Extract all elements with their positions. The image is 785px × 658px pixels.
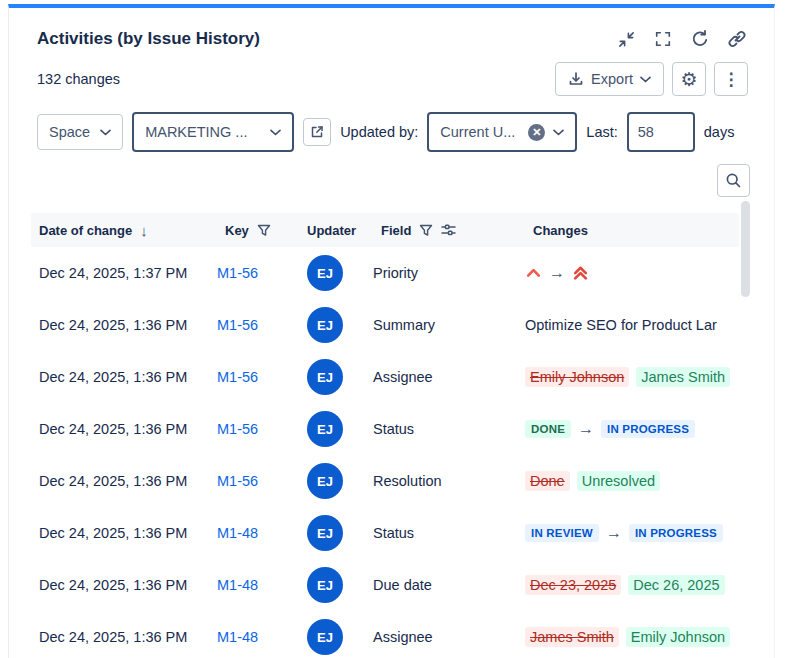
changes-cell: → [525, 264, 739, 282]
col-changes[interactable]: Changes [525, 223, 739, 238]
export-label: Export [591, 71, 633, 87]
issue-key-link[interactable]: M1-56 [217, 421, 258, 437]
field-cell: Assignee [373, 369, 525, 385]
key-cell: M1-56 [217, 421, 299, 437]
key-cell: M1-48 [217, 577, 299, 593]
col-label: Key [225, 223, 249, 238]
col-label: Date of change [39, 223, 132, 238]
old-value-chip: James Smith [525, 627, 619, 647]
date-of-change-cell: Dec 24, 2025, 1:36 PM [31, 421, 217, 437]
new-value-chip: James Smith [636, 367, 730, 387]
toolbar: 132 changes Export ⚙ ⋮ [9, 50, 774, 96]
settings-button[interactable]: ⚙ [672, 62, 706, 96]
updated-by-value: Current U... [440, 124, 515, 140]
priority-high-icon [525, 266, 542, 280]
kebab-menu-icon: ⋮ [723, 71, 740, 88]
field-cell: Assignee [373, 629, 525, 645]
date-of-change-cell: Dec 24, 2025, 1:36 PM [31, 629, 217, 645]
table-row: Dec 24, 2025, 1:36 PMM1-56EJResolutionDo… [31, 455, 739, 507]
new-value-chip: Dec 26, 2025 [628, 575, 724, 595]
field-cell: Summary [373, 317, 525, 333]
col-label: Updater [307, 223, 356, 238]
project-dropdown-value: MARKETING ... [145, 124, 247, 140]
changes-cell: IN REVIEW→IN PROGRESS [525, 524, 739, 542]
fullscreen-icon[interactable] [652, 28, 674, 50]
updated-by-dropdown[interactable]: Current U... ✕ [427, 112, 577, 152]
export-button[interactable]: Export [555, 62, 664, 96]
col-field[interactable]: Field [373, 223, 525, 238]
search-row [9, 152, 774, 197]
date-of-change-cell: Dec 24, 2025, 1:36 PM [31, 369, 217, 385]
issue-key-link[interactable]: M1-48 [217, 577, 258, 593]
field-cell: Status [373, 421, 525, 437]
table-row: Dec 24, 2025, 1:36 PMM1-48EJStatusIN REV… [31, 507, 739, 559]
issue-key-link[interactable]: M1-48 [217, 629, 258, 645]
issue-key-link[interactable]: M1-56 [217, 473, 258, 489]
new-status-badge: IN PROGRESS [629, 524, 723, 542]
avatar[interactable]: EJ [307, 411, 343, 447]
space-dropdown[interactable]: Space [37, 114, 123, 150]
open-project-link-button[interactable] [303, 118, 331, 146]
link-icon[interactable] [726, 28, 748, 50]
changes-cell: DoneUnresolved [525, 471, 739, 491]
old-value-chip: Dec 23, 2025 [525, 575, 621, 595]
updater-cell: EJ [299, 307, 373, 343]
avatar[interactable]: EJ [307, 619, 343, 655]
table-header: Date of change ↓ Key Updater Field [31, 213, 739, 247]
collapse-icon[interactable] [615, 28, 637, 50]
panel-header: Activities (by Issue History) [9, 8, 774, 50]
field-settings-sliders-icon[interactable] [441, 223, 456, 237]
sort-descending-icon[interactable]: ↓ [140, 222, 148, 239]
more-options-button[interactable]: ⋮ [714, 62, 748, 96]
issue-key-link[interactable]: M1-56 [217, 265, 258, 281]
filter-funnel-icon[interactable] [257, 224, 271, 237]
changes-cell: James SmithEmily Johnson [525, 627, 739, 647]
avatar[interactable]: EJ [307, 255, 343, 291]
avatar[interactable]: EJ [307, 307, 343, 343]
gear-icon: ⚙ [680, 70, 697, 89]
old-value-chip: Done [525, 471, 570, 491]
avatar[interactable]: EJ [307, 359, 343, 395]
updater-cell: EJ [299, 567, 373, 603]
filter-bar: Space MARKETING ... Updated by: Current … [9, 96, 774, 152]
date-of-change-cell: Dec 24, 2025, 1:36 PM [31, 473, 217, 489]
col-updater[interactable]: Updater [299, 223, 373, 238]
change-arrow-icon: → [606, 524, 622, 542]
filter-funnel-icon[interactable] [419, 224, 433, 237]
vertical-scrollbar[interactable] [741, 201, 750, 297]
date-of-change-cell: Dec 24, 2025, 1:36 PM [31, 317, 217, 333]
field-cell: Due date [373, 577, 525, 593]
table-row: Dec 24, 2025, 1:36 PMM1-56EJSummaryOptim… [31, 299, 739, 351]
issue-key-link[interactable]: M1-56 [217, 317, 258, 333]
old-status-badge: DONE [525, 420, 571, 438]
updater-cell: EJ [299, 359, 373, 395]
chevron-down-icon [100, 129, 111, 136]
project-dropdown[interactable]: MARKETING ... [132, 112, 294, 152]
field-cell: Resolution [373, 473, 525, 489]
col-label: Changes [533, 223, 588, 238]
date-of-change-cell: Dec 24, 2025, 1:36 PM [31, 525, 217, 541]
external-link-icon [310, 125, 324, 139]
window-controls [615, 28, 748, 50]
table-body: Dec 24, 2025, 1:37 PMM1-56EJPriority→Dec… [9, 247, 774, 658]
col-key[interactable]: Key [217, 223, 299, 238]
avatar[interactable]: EJ [307, 515, 343, 551]
col-date-of-change[interactable]: Date of change ↓ [31, 222, 217, 239]
change-arrow-icon: → [578, 420, 594, 438]
search-button[interactable] [717, 164, 750, 197]
last-days-input[interactable] [627, 112, 695, 152]
key-cell: M1-56 [217, 369, 299, 385]
updated-by-label: Updated by: [340, 124, 418, 140]
last-label: Last: [586, 124, 617, 140]
avatar[interactable]: EJ [307, 463, 343, 499]
issue-key-link[interactable]: M1-48 [217, 525, 258, 541]
key-cell: M1-56 [217, 473, 299, 489]
refresh-icon[interactable] [689, 28, 711, 50]
updater-cell: EJ [299, 463, 373, 499]
chevron-down-icon [553, 129, 564, 136]
date-of-change-cell: Dec 24, 2025, 1:37 PM [31, 265, 217, 281]
clear-filter-icon[interactable]: ✕ [528, 124, 545, 141]
table-row: Dec 24, 2025, 1:36 PMM1-48EJAssigneeJame… [31, 611, 739, 658]
avatar[interactable]: EJ [307, 567, 343, 603]
issue-key-link[interactable]: M1-56 [217, 369, 258, 385]
